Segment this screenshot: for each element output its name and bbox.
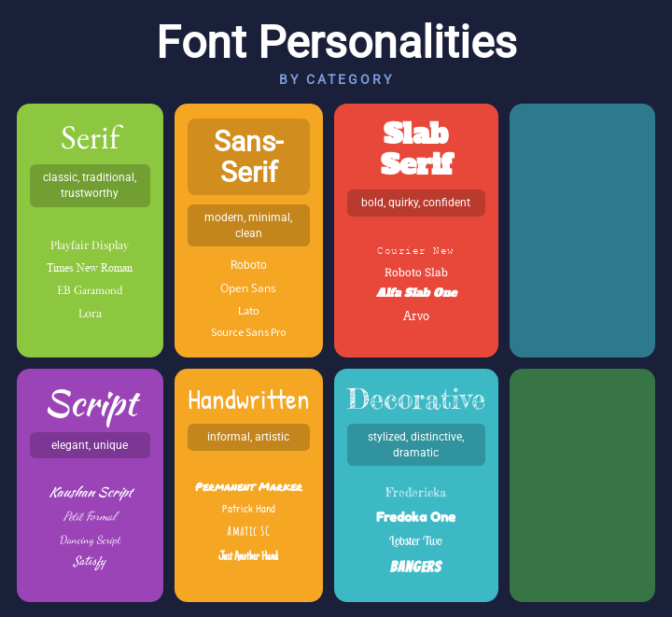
serif-fonts: Playfair Display Times New Roman EB Gara… [47, 217, 133, 343]
card-script: Script elegant, unique Kaushan Script Pe… [17, 369, 163, 602]
decorative-title: Decorative [347, 384, 485, 414]
font-petit-formal: Petit Formal [63, 506, 116, 527]
font-fredoka-one: Fredoka One [376, 505, 455, 528]
slab-serif-title: Slab Serif [347, 119, 485, 180]
slab-serif-fonts: Courier New Roboto Slab Alfa Slab One Ar… [376, 226, 456, 343]
card-serif: Serif classic, traditional, trustworthy … [17, 104, 163, 358]
font-open-sans: Open Sans [220, 278, 276, 299]
font-playfair-display: Playfair Display [50, 235, 129, 256]
font-just-another-hand: Just Another Hand [218, 544, 278, 569]
script-fonts: Kaushan Script Petit Formal Dancing Scri… [49, 468, 132, 586]
handwritten-title: Handwritten [188, 384, 310, 414]
font-alfa-slab-one: Alfa Slab One [376, 284, 456, 304]
font-fredericka: Fredericka [385, 482, 446, 503]
font-eb-garamond: EB Garamond [57, 279, 123, 301]
sans-serif-fonts: Roboto Open Sans Lato Source Sans Pro [211, 256, 286, 342]
card-extra-top-right [510, 104, 656, 358]
font-lato: Lato [238, 301, 259, 321]
font-dancing-script: Dancing Script [60, 530, 120, 551]
font-courier-new: Courier New [377, 242, 455, 260]
font-permanent-marker: Permanent Marker [195, 477, 302, 498]
sans-serif-title: Sans-Serif [188, 119, 310, 195]
font-kaushan-script: Kaushan Script [49, 481, 132, 504]
card-handwritten: Handwritten informal, artistic Permanent… [175, 369, 323, 602]
font-satisfy: Satisfy [74, 552, 105, 573]
decorative-description: stylized, distinctive, dramatic [347, 424, 485, 467]
page-subtitle: BY CATEGORY [279, 72, 394, 87]
font-arvo: Arvo [403, 306, 429, 327]
card-decorative: Decorative stylized, distinctive, dramat… [334, 369, 498, 602]
font-patrick-hand: Patrick Hand [222, 498, 275, 519]
font-amatic-sc: Amatic SC [227, 521, 270, 542]
font-grid: Serif classic, traditional, trustworthy … [9, 104, 663, 602]
font-roboto-slab: Roboto Slab [385, 262, 448, 283]
font-roboto: Roboto [231, 256, 267, 276]
handwritten-description: informal, artistic [188, 424, 310, 451]
slab-serif-description: bold, quirky, confident [347, 189, 485, 217]
sans-serif-description: modern, minimal, clean [188, 204, 310, 247]
font-source-sans-pro: Source Sans Pro [211, 322, 286, 343]
decorative-fonts: Fredericka Fredoka One Lobster Two Bange… [376, 475, 455, 586]
handwritten-fonts: Permanent Marker Patrick Hand Amatic SC … [195, 460, 302, 587]
serif-description: classic, traditional, trustworthy [30, 164, 150, 207]
script-title: Script [44, 384, 136, 423]
card-extra-bottom-right [510, 369, 656, 602]
card-slab-serif: Slab Serif bold, quirky, confident Couri… [334, 104, 498, 358]
serif-title: Serif [61, 119, 119, 156]
page-title: Font Personalities [156, 19, 517, 68]
card-sans-serif: Sans-Serif modern, minimal, clean Roboto… [175, 104, 323, 358]
font-times-new-roman: Times New Roman [47, 258, 133, 278]
font-lora: Lora [78, 303, 102, 324]
script-description: elegant, unique [30, 432, 150, 459]
font-bangers: Bangers [390, 554, 441, 582]
font-lobster-two: Lobster Two [389, 530, 442, 552]
